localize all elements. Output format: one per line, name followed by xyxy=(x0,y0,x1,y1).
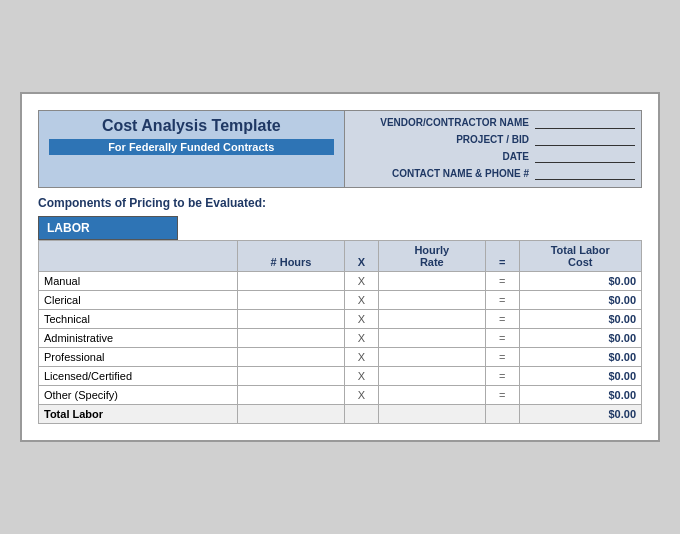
col-header-x1: X xyxy=(345,241,379,272)
row-x-1: X xyxy=(345,291,379,310)
vendor-block: VENDOR/CONTRACTOR NAME PROJECT / BID DAT… xyxy=(345,110,643,188)
table-row: Professional X = $0.00 xyxy=(39,348,642,367)
row-eq-0: = xyxy=(485,272,519,291)
row-label-4: Professional xyxy=(39,348,238,367)
project-bid-label: PROJECT / BID xyxy=(456,134,529,145)
col-header-rate: Hourly Rate xyxy=(378,241,485,272)
date-row: DATE xyxy=(351,149,636,163)
row-rate-2[interactable] xyxy=(378,310,485,329)
row-hours-1[interactable] xyxy=(237,291,344,310)
row-x-3: X xyxy=(345,329,379,348)
row-eq-1: = xyxy=(485,291,519,310)
top-section: Cost Analysis Template For Federally Fun… xyxy=(38,110,642,188)
sub-title: For Federally Funded Contracts xyxy=(49,139,334,155)
total-rate xyxy=(378,405,485,424)
row-rate-6[interactable] xyxy=(378,386,485,405)
total-label: Total Labor xyxy=(39,405,238,424)
row-hours-0[interactable] xyxy=(237,272,344,291)
row-rate-3[interactable] xyxy=(378,329,485,348)
row-total-6: $0.00 xyxy=(519,386,641,405)
row-label-6: Other (Specify) xyxy=(39,386,238,405)
table-header-row: # Hours X Hourly Rate = Total Labor Cost xyxy=(39,241,642,272)
col-header-hours: # Hours xyxy=(237,241,344,272)
page: Cost Analysis Template For Federally Fun… xyxy=(20,92,660,442)
row-label-0: Manual xyxy=(39,272,238,291)
row-label-1: Clerical xyxy=(39,291,238,310)
vendor-name-input[interactable] xyxy=(535,115,635,129)
total-eq xyxy=(485,405,519,424)
row-eq-3: = xyxy=(485,329,519,348)
contact-input[interactable] xyxy=(535,166,635,180)
table-row: Clerical X = $0.00 xyxy=(39,291,642,310)
row-label-3: Administrative xyxy=(39,329,238,348)
row-total-0: $0.00 xyxy=(519,272,641,291)
row-rate-1[interactable] xyxy=(378,291,485,310)
table-row: Other (Specify) X = $0.00 xyxy=(39,386,642,405)
table-row: Technical X = $0.00 xyxy=(39,310,642,329)
row-eq-2: = xyxy=(485,310,519,329)
row-eq-4: = xyxy=(485,348,519,367)
col-header-label xyxy=(39,241,238,272)
row-total-4: $0.00 xyxy=(519,348,641,367)
row-label-5: Licensed/Certified xyxy=(39,367,238,386)
main-title: Cost Analysis Template xyxy=(49,117,334,135)
project-bid-row: PROJECT / BID xyxy=(351,132,636,146)
date-input[interactable] xyxy=(535,149,635,163)
row-x-4: X xyxy=(345,348,379,367)
labor-table: # Hours X Hourly Rate = Total Labor Cost… xyxy=(38,240,642,424)
row-eq-5: = xyxy=(485,367,519,386)
row-x-2: X xyxy=(345,310,379,329)
contact-label: CONTACT NAME & PHONE # xyxy=(392,168,529,179)
row-hours-4[interactable] xyxy=(237,348,344,367)
vendor-name-label: VENDOR/CONTRACTOR NAME xyxy=(380,117,529,128)
total-hours-input[interactable] xyxy=(237,405,344,424)
row-total-5: $0.00 xyxy=(519,367,641,386)
total-value: $0.00 xyxy=(519,405,641,424)
table-row: Manual X = $0.00 xyxy=(39,272,642,291)
row-total-1: $0.00 xyxy=(519,291,641,310)
table-row: Administrative X = $0.00 xyxy=(39,329,642,348)
row-x-6: X xyxy=(345,386,379,405)
vendor-name-row: VENDOR/CONTRACTOR NAME xyxy=(351,115,636,129)
row-rate-4[interactable] xyxy=(378,348,485,367)
row-total-3: $0.00 xyxy=(519,329,641,348)
row-hours-2[interactable] xyxy=(237,310,344,329)
row-rate-0[interactable] xyxy=(378,272,485,291)
components-label: Components of Pricing to be Evaluated: xyxy=(38,196,642,210)
row-x-0: X xyxy=(345,272,379,291)
row-hours-5[interactable] xyxy=(237,367,344,386)
row-total-2: $0.00 xyxy=(519,310,641,329)
col-header-eq: = xyxy=(485,241,519,272)
row-label-2: Technical xyxy=(39,310,238,329)
labor-header: LABOR xyxy=(38,216,178,240)
title-block: Cost Analysis Template For Federally Fun… xyxy=(38,110,345,188)
contact-row: CONTACT NAME & PHONE # xyxy=(351,166,636,180)
row-hours-6[interactable] xyxy=(237,386,344,405)
row-rate-5[interactable] xyxy=(378,367,485,386)
row-hours-3[interactable] xyxy=(237,329,344,348)
project-bid-input[interactable] xyxy=(535,132,635,146)
col-header-total: Total Labor Cost xyxy=(519,241,641,272)
row-x-5: X xyxy=(345,367,379,386)
table-row: Licensed/Certified X = $0.00 xyxy=(39,367,642,386)
date-label: DATE xyxy=(503,151,529,162)
row-eq-6: = xyxy=(485,386,519,405)
total-row: Total Labor $0.00 xyxy=(39,405,642,424)
total-x xyxy=(345,405,379,424)
